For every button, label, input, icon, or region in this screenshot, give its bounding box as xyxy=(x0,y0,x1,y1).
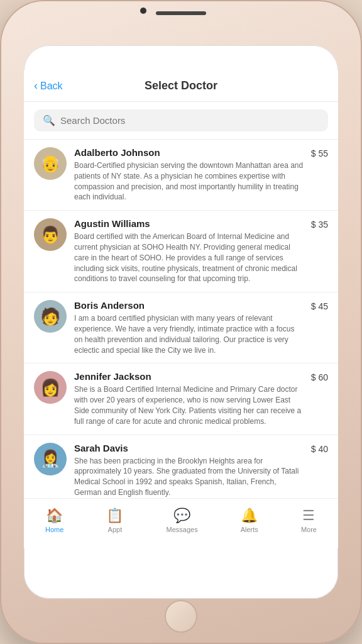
doctor-price: $ 45 xyxy=(311,300,328,311)
nav-icon: 🏠 xyxy=(46,508,63,524)
list-item[interactable]: 🧑 Boris Anderson I am a board certified … xyxy=(24,292,338,364)
doctor-price: $ 60 xyxy=(311,371,328,382)
nav-label: Appt xyxy=(108,526,123,533)
chevron-left-icon: ‹ xyxy=(34,79,38,92)
bottom-nav: 🏠 Home 📋 Appt 💬 Messages 🔔 Alerts ☰ More xyxy=(24,498,338,548)
nav-label: More xyxy=(301,526,317,533)
doctor-info: Boris Anderson I am a board certified ph… xyxy=(74,300,305,355)
doctor-price: $ 55 xyxy=(311,147,328,158)
phone-camera xyxy=(140,8,146,14)
nav-icon: 📋 xyxy=(106,508,123,524)
doctor-info: Sarah Davis She has been practicing in t… xyxy=(74,443,305,498)
avatar: 👩‍⚕️ xyxy=(34,443,67,475)
doctor-description: Board certified with the American Board … xyxy=(74,231,305,284)
list-item[interactable]: 👴 Adalberto Johnson Board-Certified phys… xyxy=(24,140,338,211)
avatar: 👨 xyxy=(34,218,67,251)
doctor-info: Agustin Williams Board certified with th… xyxy=(74,218,305,284)
doctor-description: She is a Board Certified Internal Medici… xyxy=(74,384,305,426)
list-item[interactable]: 👩 Jennifer Jackson She is a Board Certif… xyxy=(24,364,338,435)
doctor-price: $ 35 xyxy=(311,218,328,230)
doctor-description: I am a board certified physician with ma… xyxy=(74,313,305,355)
doctor-name: Jennifer Jackson xyxy=(74,371,305,382)
doctor-info: Jennifer Jackson She is a Board Certifie… xyxy=(74,371,305,426)
nav-label: Alerts xyxy=(241,526,258,533)
search-icon: 🔍 xyxy=(43,114,55,126)
doctor-name: Adalberto Johnson xyxy=(74,147,305,158)
doctor-price: $ 40 xyxy=(311,443,328,454)
avatar: 🧑 xyxy=(34,300,67,333)
doctor-name: Agustin Williams xyxy=(74,218,305,229)
doctor-list: 👴 Adalberto Johnson Board-Certified phys… xyxy=(24,140,338,548)
search-bar[interactable]: 🔍 xyxy=(34,109,328,131)
nav-item-more[interactable]: ☰ More xyxy=(295,504,323,537)
nav-item-messages[interactable]: 💬 Messages xyxy=(160,504,204,537)
doctor-info: Adalberto Johnson Board-Certified physic… xyxy=(74,147,305,203)
doctor-description: Board-Certified physician serving the do… xyxy=(74,160,305,203)
search-input[interactable] xyxy=(60,115,319,126)
list-item[interactable]: 👩‍⚕️ Sarah Davis She has been practicing… xyxy=(24,435,338,506)
back-label: Back xyxy=(40,80,63,92)
avatar: 👴 xyxy=(34,147,67,180)
back-button[interactable]: ‹ Back xyxy=(34,79,63,92)
home-button[interactable] xyxy=(165,600,197,633)
doctor-name: Boris Anderson xyxy=(74,300,305,311)
doctor-description: She has been practicing in the Brooklyn … xyxy=(74,456,305,498)
nav-label: Messages xyxy=(167,526,198,533)
nav-item-appt[interactable]: 📋 Appt xyxy=(100,504,129,537)
avatar: 👩 xyxy=(34,371,67,404)
nav-icon: ☰ xyxy=(302,508,315,524)
phone-frame: ‹ Back Select Doctor 🔍 👴 Adalberto Johns… xyxy=(0,0,362,644)
nav-item-home[interactable]: 🏠 Home xyxy=(39,504,70,537)
list-item[interactable]: 👨 Agustin Williams Board certified with … xyxy=(24,211,338,292)
header: ‹ Back Select Doctor xyxy=(24,70,338,102)
nav-icon: 💬 xyxy=(173,508,190,524)
nav-label: Home xyxy=(45,526,63,533)
phone-speaker xyxy=(156,11,206,15)
doctor-name: Sarah Davis xyxy=(74,443,305,453)
phone-screen: ‹ Back Select Doctor 🔍 👴 Adalberto Johns… xyxy=(24,45,338,599)
page-title: Select Doctor xyxy=(145,79,217,92)
nav-item-alerts[interactable]: 🔔 Alerts xyxy=(234,504,265,537)
search-container: 🔍 xyxy=(24,102,338,140)
app-screen: ‹ Back Select Doctor 🔍 👴 Adalberto Johns… xyxy=(24,70,338,548)
nav-icon: 🔔 xyxy=(241,508,258,524)
